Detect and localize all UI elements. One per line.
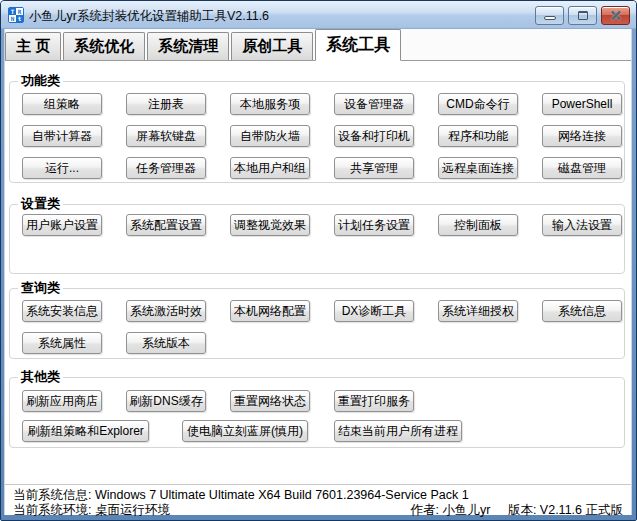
button-row: 用户账户设置 系统配置设置 调整视觉效果 计划任务设置 控制面板 输入法设置	[10, 214, 624, 236]
tool-button[interactable]: 计划任务设置	[334, 214, 414, 236]
button-row: 运行... 任务管理器 本地用户和组 共享管理 远程桌面连接 磁盘管理	[10, 157, 624, 179]
tool-button[interactable]: 本机网络配置	[230, 300, 310, 322]
status-author: 作者: 小鱼儿yr	[411, 503, 491, 517]
tool-button[interactable]: 本地服务项	[230, 93, 310, 115]
tool-button[interactable]: 刷新组策略和Explorer	[22, 420, 149, 442]
maximize-icon	[578, 11, 588, 20]
minimize-icon	[544, 16, 556, 20]
tab-system-optimize[interactable]: 系统优化	[63, 32, 145, 60]
tool-button[interactable]: PowerShell	[542, 93, 622, 115]
tool-button[interactable]: 重置打印服务	[334, 390, 414, 412]
tool-button[interactable]: 运行...	[22, 157, 102, 179]
window-controls	[535, 6, 630, 25]
status-system-env: 当前系统环境: 桌面运行环境	[13, 502, 170, 519]
tool-button[interactable]: DX诊断工具	[334, 300, 414, 322]
tool-button[interactable]: 自带防火墙	[230, 125, 310, 147]
tool-button[interactable]: 设备管理器	[334, 93, 414, 115]
tool-button[interactable]: 输入法设置	[542, 214, 622, 236]
tool-button[interactable]: CMD命令行	[438, 93, 518, 115]
tool-button[interactable]: 本地用户和组	[230, 157, 310, 179]
tool-button[interactable]: 用户账户设置	[22, 214, 102, 236]
tool-button[interactable]: 磁盘管理	[542, 157, 622, 179]
button-row: 系统属性 系统版本	[10, 332, 624, 354]
tool-button[interactable]: 系统配置设置	[126, 214, 206, 236]
minimize-button[interactable]	[535, 6, 564, 25]
tool-button[interactable]: 重置网络状态	[230, 390, 310, 412]
tool-button[interactable]: 调整视觉效果	[230, 214, 310, 236]
group-settings-title: 设置类	[18, 196, 63, 212]
tool-button[interactable]: 系统属性	[22, 332, 102, 354]
button-row: 系统安装信息 系统激活时效 本机网络配置 DX诊断工具 系统详细授权 系统信息	[10, 300, 624, 322]
tab-original-tools[interactable]: 原创工具	[231, 32, 313, 60]
app-icon-letter: R	[16, 8, 23, 15]
tool-button[interactable]: 组策略	[22, 93, 102, 115]
group-functions-title: 功能类	[18, 73, 63, 89]
tool-button[interactable]: 注册表	[126, 93, 206, 115]
group-settings: 设置类 用户账户设置 系统配置设置 调整视觉效果 计划任务设置 控制面板 输入法…	[9, 204, 625, 274]
tool-button[interactable]: 程序和功能	[438, 125, 518, 147]
app-icon: T R N t	[8, 7, 24, 23]
tab-home[interactable]: 主 页	[5, 32, 61, 60]
app-window: T R N t 小鱼儿yr系统封装优化设置辅助工具V2.11.6 主 页 系统优…	[0, 0, 637, 521]
tool-button[interactable]: 系统信息	[542, 300, 622, 322]
tab-system-tools[interactable]: 系统工具	[315, 29, 401, 61]
close-button[interactable]	[601, 6, 630, 25]
tool-button[interactable]: 网络连接	[542, 125, 622, 147]
app-icon-letter: N	[9, 15, 16, 22]
app-icon-letter: t	[16, 15, 23, 22]
button-row: 自带计算器 屏幕软键盘 自带防火墙 设备和打印机 程序和功能 网络连接	[10, 125, 624, 147]
tool-button[interactable]: 自带计算器	[22, 125, 102, 147]
tabstrip: 主 页 系统优化 系统清理 原创工具 系统工具	[5, 29, 631, 61]
group-query: 查询类 系统安装信息 系统激活时效 本机网络配置 DX诊断工具 系统详细授权 系…	[9, 288, 625, 359]
tool-button[interactable]: 屏幕软键盘	[126, 125, 206, 147]
tool-button[interactable]: 设备和打印机	[334, 125, 414, 147]
titlebar[interactable]: T R N t 小鱼儿yr系统封装优化设置辅助工具V2.11.6	[1, 1, 636, 29]
tab-system-clean[interactable]: 系统清理	[147, 32, 229, 60]
tool-button[interactable]: 系统安装信息	[22, 300, 102, 322]
group-query-title: 查询类	[18, 280, 63, 296]
group-other: 其他类 刷新应用商店 刷新DNS缓存 重置网络状态 重置打印服务 刷新组策略和E…	[9, 377, 625, 448]
tool-button[interactable]: 远程桌面连接	[438, 157, 518, 179]
statusbar: 当前系统信息: Windows 7 Ultimate Ultimate X64 …	[5, 484, 631, 515]
tool-button[interactable]: 结束当前用户所有进程	[334, 420, 462, 442]
client-area: 主 页 系统优化 系统清理 原创工具 系统工具 功能类 组策略 注册表 本地服务…	[4, 29, 632, 515]
tool-button[interactable]: 共享管理	[334, 157, 414, 179]
status-version: 版本: V2.11.6 正式版	[508, 503, 623, 517]
app-icon-letter: T	[9, 8, 16, 15]
button-row: 组策略 注册表 本地服务项 设备管理器 CMD命令行 PowerShell	[10, 93, 624, 115]
button-row: 刷新应用商店 刷新DNS缓存 重置网络状态 重置打印服务	[10, 390, 624, 412]
tool-button[interactable]: 系统激活时效	[126, 300, 206, 322]
tool-button[interactable]: 系统详细授权	[438, 300, 518, 322]
status-author-version: 作者: 小鱼儿yr 版本: V2.11.6 正式版	[411, 502, 623, 519]
tool-button[interactable]: 系统版本	[126, 332, 206, 354]
maximize-button[interactable]	[568, 6, 597, 25]
group-functions: 功能类 组策略 注册表 本地服务项 设备管理器 CMD命令行 PowerShel…	[9, 81, 625, 183]
tool-button[interactable]: 任务管理器	[126, 157, 206, 179]
tool-button[interactable]: 控制面板	[438, 214, 518, 236]
button-row: 刷新组策略和Explorer 使电脑立刻蓝屏(慎用) 结束当前用户所有进程	[10, 420, 624, 442]
tool-button[interactable]: 刷新DNS缓存	[126, 390, 206, 412]
close-icon	[609, 10, 623, 22]
window-title: 小鱼儿yr系统封装优化设置辅助工具V2.11.6	[29, 8, 269, 25]
tool-button[interactable]: 刷新应用商店	[22, 390, 102, 412]
group-other-title: 其他类	[18, 369, 63, 385]
tool-button[interactable]: 使电脑立刻蓝屏(慎用)	[182, 420, 308, 442]
